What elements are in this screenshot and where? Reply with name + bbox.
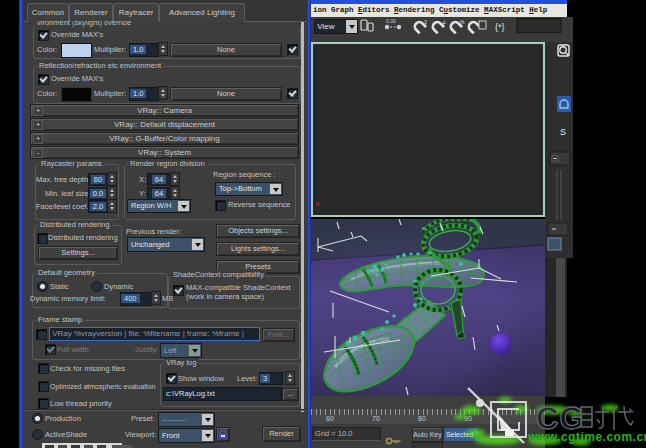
svg-text:%: % <box>460 19 465 25</box>
svg-text:∠: ∠ <box>442 19 446 25</box>
svg-text:0.00: 0.00 <box>386 18 396 24</box>
svg-text:3: 3 <box>424 19 427 25</box>
svg-text:S: S <box>560 127 566 137</box>
svg-text:{*}: {*} <box>495 22 505 32</box>
